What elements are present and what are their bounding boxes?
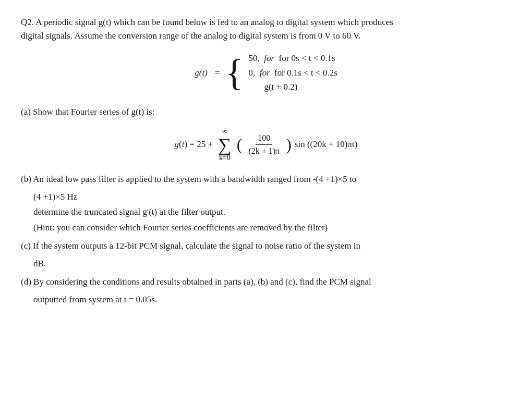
piecewise-cases: 50, for for 0s < t < 0.1s 0, for for 0.1…	[248, 52, 337, 94]
part-b-label: (b) An ideal low pass filter is applied …	[21, 173, 511, 186]
part-c-indent: dB.	[21, 257, 511, 271]
part-b-indent: (4 +1)×5 Hz determine the truncated sign…	[21, 190, 511, 235]
sin-part: sin ((20k + 10)πt)	[295, 138, 358, 151]
piecewise-container: g(t) = { 50, for for 0s < t < 0.1s 0, fo…	[21, 52, 511, 94]
piecewise-case-1: 50, for for 0s < t < 0.1s	[248, 52, 337, 65]
piecewise-case-3: g(t + 0.2)	[248, 80, 337, 94]
part-a-label: (a) Show that Fourier series of g(t) is:	[21, 105, 511, 119]
intro-line1: A periodic signal g(t) which can be foun…	[35, 17, 393, 27]
piecewise-case-2: 0, for for 0.1s < t < 0.2s	[248, 66, 337, 80]
question-intro: Q2. A periodic signal g(t) which can be …	[21, 16, 511, 42]
part-a: (a) Show that Fourier series of g(t) is:…	[21, 105, 511, 164]
piecewise-lhs: g(t)	[195, 66, 208, 80]
part-b-line2: (4 +1)×5 Hz	[33, 190, 511, 204]
intro-line2: digital signals. Assume the conversion r…	[21, 31, 360, 41]
sigma-bottom: k=0	[219, 152, 231, 163]
question-block: Q2. A periodic signal g(t) which can be …	[21, 16, 511, 306]
close-paren: )	[286, 136, 292, 153]
fourier-expr: g(t) = 25 + ∞ ∑ k=0 ( 100 (2k + 1)π ) si…	[175, 126, 358, 163]
part-c-label: (c) If the system outputs a 12-bit PCM s…	[21, 239, 511, 253]
part-d-label: (d) By considering the conditions and re…	[21, 275, 511, 289]
part-c: (c) If the system outputs a 12-bit PCM s…	[21, 239, 511, 270]
case2-for: for	[260, 68, 270, 78]
piecewise-brace: {	[225, 54, 244, 91]
sigma-symbol: ∑	[218, 136, 232, 154]
piecewise-eq: =	[213, 66, 222, 80]
part-d-indent: outputted from system at t = 0.05s.	[21, 293, 511, 306]
fraction-den: (2k + 1)π	[246, 145, 282, 157]
fraction: 100 (2k + 1)π	[246, 132, 282, 157]
part-b-line4: (Hint: you can consider which Fourier se…	[33, 221, 511, 235]
fraction-num: 100	[256, 132, 272, 145]
case1-for: for	[264, 53, 274, 63]
fourier-container: g(t) = 25 + ∞ ∑ k=0 ( 100 (2k + 1)π ) si…	[21, 126, 511, 163]
part-b-line3: determine the truncated signal g'(t) at …	[33, 205, 511, 219]
question-number: Q2.	[21, 17, 34, 27]
part-d: (d) By considering the conditions and re…	[21, 275, 511, 306]
sigma-block: ∞ ∑ k=0	[218, 126, 232, 163]
fourier-lhs: g(t) = 25 +	[175, 138, 213, 151]
open-paren: (	[237, 136, 243, 153]
part-b: (b) An ideal low pass filter is applied …	[21, 173, 511, 234]
